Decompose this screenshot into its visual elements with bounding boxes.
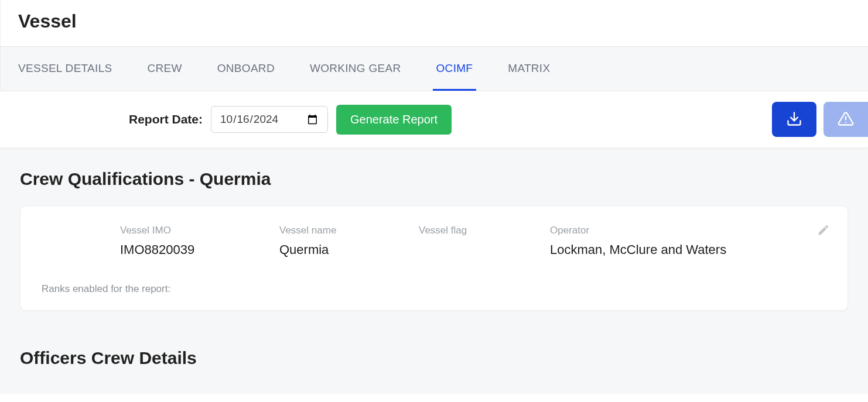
content-area: Crew Qualifications - Quermia Vessel IMO… bbox=[0, 148, 868, 394]
alert-button[interactable] bbox=[823, 102, 868, 137]
tab-vessel-details[interactable]: VESSEL DETAILS bbox=[15, 47, 116, 91]
alert-triangle-icon bbox=[838, 111, 854, 129]
vessel-info-row: Vessel IMO IMO8820039 Vessel name Quermi… bbox=[120, 225, 826, 257]
tab-bar: VESSEL DETAILS CREW ONBOARD WORKING GEAR… bbox=[0, 46, 868, 91]
operator-label: Operator bbox=[550, 225, 826, 236]
download-icon bbox=[786, 111, 802, 129]
officers-crew-title: Officers Crew Details bbox=[20, 348, 848, 368]
field-vessel-flag: Vessel flag bbox=[419, 225, 550, 257]
tab-crew[interactable]: CREW bbox=[144, 47, 186, 91]
report-date-label: Report Date: bbox=[129, 112, 203, 126]
tab-ocimf[interactable]: OCIMF bbox=[433, 47, 477, 91]
crew-qualifications-title: Crew Qualifications - Quermia bbox=[20, 169, 848, 189]
download-button[interactable] bbox=[772, 102, 816, 137]
vessel-imo-label: Vessel IMO bbox=[120, 225, 279, 236]
report-toolbar: Report Date: Generate Report bbox=[0, 91, 868, 148]
tab-matrix[interactable]: MATRIX bbox=[504, 47, 553, 91]
vessel-imo-value: IMO8820039 bbox=[120, 242, 279, 257]
field-operator: Operator Lockman, McClure and Waters bbox=[550, 225, 826, 257]
operator-value: Lockman, McClure and Waters bbox=[550, 242, 826, 257]
tab-onboard[interactable]: ONBOARD bbox=[214, 47, 278, 91]
field-vessel-imo: Vessel IMO IMO8820039 bbox=[120, 225, 279, 257]
vessel-name-label: Vessel name bbox=[279, 225, 419, 236]
field-vessel-name: Vessel name Quermia bbox=[279, 225, 419, 257]
edit-icon[interactable] bbox=[817, 224, 830, 239]
vessel-info-card: Vessel IMO IMO8820039 Vessel name Quermi… bbox=[20, 205, 848, 311]
generate-report-button[interactable]: Generate Report bbox=[336, 105, 452, 135]
report-date-input[interactable] bbox=[211, 106, 328, 133]
tab-working-gear[interactable]: WORKING GEAR bbox=[306, 47, 405, 91]
toolbar-right bbox=[772, 102, 868, 137]
ranks-enabled-note: Ranks enabled for the report: bbox=[42, 283, 826, 295]
vessel-name-value: Quermia bbox=[279, 242, 419, 257]
vessel-flag-label: Vessel flag bbox=[419, 225, 550, 236]
toolbar-left: Report Date: Generate Report bbox=[129, 105, 452, 135]
page-title: Vessel bbox=[18, 11, 850, 32]
page-header: Vessel bbox=[0, 0, 868, 46]
